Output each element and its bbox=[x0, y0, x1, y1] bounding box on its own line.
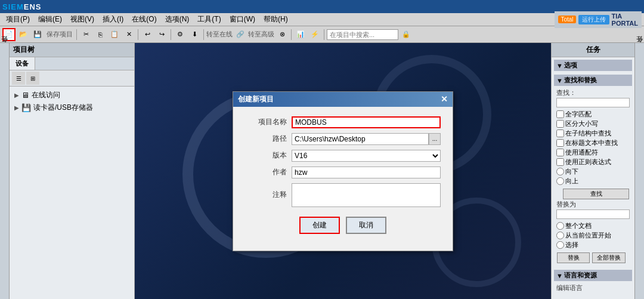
sep2 bbox=[138, 29, 138, 40]
tree-icon-0: 🖥 bbox=[21, 91, 29, 100]
comment-label: 注释 bbox=[245, 190, 287, 200]
cb-title-text-input[interactable] bbox=[556, 139, 564, 147]
new-project-btn[interactable]: 📄 bbox=[2, 28, 16, 41]
center-area: 创建新项目 ✕ 项目名称 路径 ... bbox=[135, 43, 551, 299]
lock-btn[interactable]: 🔒 bbox=[400, 28, 413, 41]
radio-down-input[interactable] bbox=[556, 168, 564, 175]
menu-options[interactable]: 选项(N) bbox=[162, 13, 193, 26]
radio-whole-doc-label: 整个文档 bbox=[565, 221, 592, 230]
cb-case-label: 区分大小写 bbox=[565, 119, 598, 128]
replace-btn[interactable]: 替换 bbox=[557, 252, 590, 263]
radio-selection-input[interactable] bbox=[556, 241, 564, 249]
upload-btn[interactable]: 运行上传 bbox=[578, 15, 609, 24]
cb-case-input[interactable] bbox=[556, 120, 564, 128]
tree-item-1[interactable]: ▶ 💾 读卡器/USB存储器 bbox=[12, 101, 132, 114]
tree-icon-1: 💾 bbox=[21, 103, 31, 112]
name-input[interactable] bbox=[292, 116, 441, 128]
find-input-label: 查找： bbox=[556, 88, 630, 97]
cb-substructure-input[interactable] bbox=[556, 130, 564, 137]
cb-wildcard-input[interactable] bbox=[556, 149, 564, 156]
path-input[interactable] bbox=[292, 133, 429, 145]
force-btn[interactable]: ⚡ bbox=[308, 28, 321, 41]
form-row-author: 作者 bbox=[245, 167, 441, 178]
cb-whole-word-input[interactable] bbox=[556, 110, 564, 118]
radio-from-pos-input[interactable] bbox=[556, 232, 564, 239]
menu-project[interactable]: 项目(P) bbox=[2, 13, 33, 26]
radio-from-pos-label: 从当前位置开始 bbox=[565, 231, 611, 240]
online-label[interactable]: 转至在线 bbox=[206, 30, 233, 39]
cut-btn[interactable]: ✂ bbox=[79, 28, 92, 41]
tree-arrow-1: ▶ bbox=[14, 104, 19, 111]
version-select[interactable]: V16 bbox=[292, 150, 441, 162]
find-btn[interactable]: 查找 bbox=[563, 189, 629, 199]
author-label: 作者 bbox=[245, 167, 287, 177]
radio-up-input[interactable] bbox=[556, 177, 564, 185]
sep3 bbox=[171, 29, 171, 40]
replace-input[interactable] bbox=[556, 209, 630, 219]
open-btn[interactable]: 📂 bbox=[17, 28, 30, 41]
cb-substructure: 在子结构中查找 bbox=[556, 129, 630, 138]
right-vtabs: 任务 bbox=[634, 43, 644, 299]
right-section-options-header[interactable]: ▼ 选项 bbox=[554, 60, 632, 71]
menu-help[interactable]: 帮助(H) bbox=[260, 13, 292, 26]
menu-tools[interactable]: 工具(T) bbox=[194, 13, 224, 26]
comment-textarea[interactable] bbox=[292, 183, 441, 207]
go-offline-btn[interactable]: ⊗ bbox=[275, 28, 289, 41]
left-tab-tasks[interactable]: 任务 bbox=[0, 45, 10, 50]
go-online-btn[interactable]: 🔗 bbox=[234, 28, 247, 41]
right-section-find-header[interactable]: ▼ 查找和替换 bbox=[554, 75, 632, 86]
delete-btn[interactable]: ✕ bbox=[122, 28, 135, 41]
sep1 bbox=[76, 29, 77, 40]
search-input[interactable] bbox=[327, 29, 398, 40]
menu-edit[interactable]: 编辑(E) bbox=[35, 13, 66, 26]
tree-item-0[interactable]: ▶ 🖥 在线访问 bbox=[12, 89, 132, 101]
tree-label-1: 读卡器/USB存储器 bbox=[33, 103, 93, 113]
right-section-language-content: 编辑语言 bbox=[554, 281, 632, 295]
find-chevron: ▼ bbox=[556, 77, 563, 84]
dialog-titlebar: 创建新项目 ✕ bbox=[233, 92, 453, 107]
menu-insert[interactable]: 插入(I) bbox=[99, 13, 127, 26]
cb-wildcard-label: 使用通配符 bbox=[565, 148, 598, 157]
compile-btn[interactable]: ⚙ bbox=[174, 28, 187, 41]
create-btn[interactable]: 创建 bbox=[299, 217, 340, 234]
right-section-language-header[interactable]: ▼ 语言和资源 bbox=[554, 270, 632, 281]
copy-btn[interactable]: ⎘ bbox=[94, 28, 107, 41]
menu-view[interactable]: 视图(V) bbox=[67, 13, 98, 26]
menu-online[interactable]: 在线(O) bbox=[128, 13, 160, 26]
toolbar: 📄 📂 💾 保存项目 ✂ ⎘ 📋 ✕ ↩ ↪ ⚙ ⬇ 转至在线 🔗 转至高级 ⊗… bbox=[0, 26, 644, 43]
save-btn[interactable]: 💾 bbox=[31, 28, 44, 41]
cb-regex-input[interactable] bbox=[556, 158, 564, 166]
cb-case: 区分大小写 bbox=[556, 119, 630, 128]
dialog-close-btn[interactable]: ✕ bbox=[441, 94, 448, 104]
replace-label: 替换为 bbox=[556, 200, 630, 209]
options-chevron: ▼ bbox=[556, 62, 563, 69]
paste-btn[interactable]: 📋 bbox=[108, 28, 121, 41]
panel-tree-btn[interactable]: ☰ bbox=[12, 72, 25, 85]
cb-regex-label: 使用正则表达式 bbox=[565, 158, 611, 167]
redo-btn[interactable]: ↪ bbox=[155, 28, 168, 41]
download-btn[interactable]: ⬇ bbox=[188, 28, 201, 41]
undo-btn[interactable]: ↩ bbox=[141, 28, 154, 41]
sep6 bbox=[324, 29, 324, 40]
panel-list-btn[interactable]: ⊞ bbox=[26, 72, 39, 85]
right-vtab-tasks[interactable]: 任务 bbox=[634, 45, 644, 50]
monitor-btn[interactable]: 📊 bbox=[294, 28, 307, 41]
sep5 bbox=[291, 29, 292, 40]
radio-up: 向上 bbox=[556, 177, 630, 186]
offline-label[interactable]: 转至高级 bbox=[248, 30, 274, 39]
menu-window[interactable]: 窗口(W) bbox=[226, 13, 259, 26]
options-label: 选项 bbox=[564, 61, 577, 70]
dialog-overlay: 创建新项目 ✕ 项目名称 路径 ... bbox=[135, 43, 551, 299]
path-browse-btn[interactable]: ... bbox=[429, 133, 441, 145]
find-input[interactable] bbox=[556, 98, 630, 107]
author-input[interactable] bbox=[292, 167, 441, 178]
tab-devices[interactable]: 设备 bbox=[10, 57, 35, 70]
cb-substructure-label: 在子结构中查找 bbox=[565, 129, 611, 138]
form-row-version: 版本 V16 bbox=[245, 150, 441, 162]
right-section-find-content: 查找： 全字匹配 区分大小写 在子结构中查找 在标题文本中查找 使用通配符 使用… bbox=[554, 86, 632, 266]
save-label[interactable]: 保存项目 bbox=[47, 30, 73, 39]
cancel-btn[interactable]: 取消 bbox=[346, 217, 386, 234]
lang-chevron: ▼ bbox=[556, 272, 563, 279]
replace-all-btn[interactable]: 全部替换 bbox=[592, 252, 625, 263]
radio-whole-doc-input[interactable] bbox=[556, 222, 564, 230]
